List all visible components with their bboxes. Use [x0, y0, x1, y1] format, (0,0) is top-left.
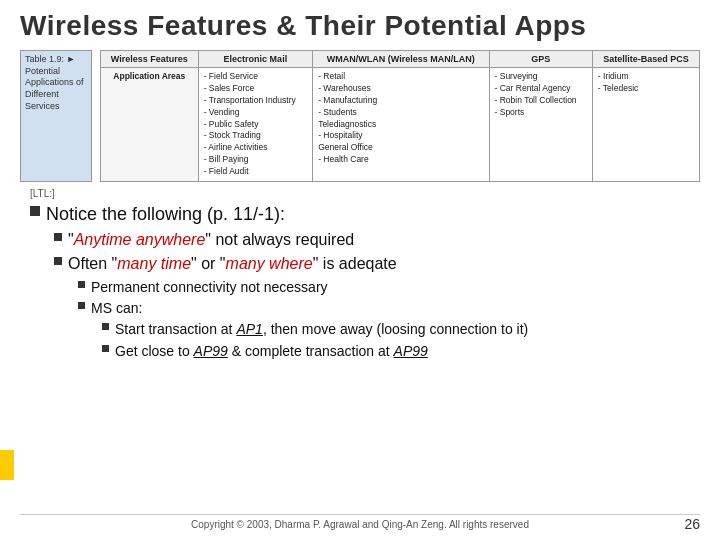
bullet-square-tiny-icon3	[102, 323, 109, 330]
col-header-satellite: Satellite-Based PCS	[592, 51, 699, 68]
bullet-square-small-icon2	[54, 257, 62, 265]
bullet-square-tiny-icon4	[102, 345, 109, 352]
many-time-highlight: many time	[117, 255, 191, 272]
bullet-permanent: Permanent connectivity not necessary	[78, 278, 690, 296]
bullet-square-small-icon	[54, 233, 62, 241]
ltl-label: [LTL:]	[30, 188, 690, 199]
bullet-anytime: "Anytime anywhere" not always required	[54, 230, 690, 251]
slide: Wireless Features & Their Potential Apps…	[0, 0, 720, 540]
col-header-gps: GPS	[489, 51, 592, 68]
bullet-ms-can: MS can:	[78, 299, 690, 317]
col-header-wman: WMAN/WLAN (Wireless MAN/LAN)	[313, 51, 489, 68]
anytime-rest: " not always required	[205, 231, 354, 248]
row-header-app-areas: Application Areas	[101, 68, 199, 182]
col-header-wireless: Wireless Features	[101, 51, 199, 68]
bullet-anytime-text: "Anytime anywhere" not always required	[68, 230, 354, 251]
bullet-notice-text: Notice the following (p. 11/-1):	[46, 203, 285, 226]
ap1-text: AP1	[236, 321, 262, 337]
bullet-square-icon	[30, 206, 40, 216]
content-area: [LTL:] Notice the following (p. 11/-1): …	[20, 188, 700, 514]
bullet-square-tiny-icon	[78, 281, 85, 288]
bullet-get-close: Get close to AP99 & complete transaction…	[102, 342, 690, 360]
bullet-notice: Notice the following (p. 11/-1):	[30, 203, 690, 226]
col-header-email: Electronic Mail	[198, 51, 312, 68]
ap99-2-text: AP99	[394, 343, 428, 359]
cell-gps: - Surveying - Car Rental Agency - Robin …	[489, 68, 592, 182]
bullet-start-transaction: Start transaction at AP1, then move away…	[102, 320, 690, 338]
many-where-highlight: many where	[226, 255, 313, 272]
cell-email: - Field Service - Sales Force - Transpor…	[198, 68, 312, 182]
bullet-square-tiny-icon2	[78, 302, 85, 309]
bullet-start-transaction-text: Start transaction at AP1, then move away…	[115, 320, 528, 338]
page-number: 26	[684, 516, 700, 532]
cell-satellite: - Iridium - Teledesic	[592, 68, 699, 182]
yellow-bar-decoration	[0, 450, 14, 480]
ap99-1-text: AP99	[194, 343, 228, 359]
table-label: Table 1.9: ► Potential Applications of D…	[20, 50, 92, 182]
copyright-text: Copyright © 2003, Dharma P. Agrawal and …	[20, 514, 700, 530]
bullet-ms-can-text: MS can:	[91, 299, 142, 317]
bullet-get-close-text: Get close to AP99 & complete transaction…	[115, 342, 428, 360]
feature-table: Wireless Features Electronic Mail WMAN/W…	[100, 50, 700, 182]
cell-wman: - Retail - Warehouses - Manufacturing - …	[313, 68, 489, 182]
start-suffix: , then move away (loosing connection to …	[263, 321, 528, 337]
bullet-often: Often "many time" or "many where" is ade…	[54, 254, 690, 275]
table-section: Table 1.9: ► Potential Applications of D…	[20, 50, 700, 182]
bullet-often-text: Often "many time" or "many where" is ade…	[68, 254, 397, 275]
anytime-highlight: Anytime anywhere	[74, 231, 206, 248]
bullet-permanent-text: Permanent connectivity not necessary	[91, 278, 328, 296]
slide-title: Wireless Features & Their Potential Apps	[20, 10, 700, 42]
